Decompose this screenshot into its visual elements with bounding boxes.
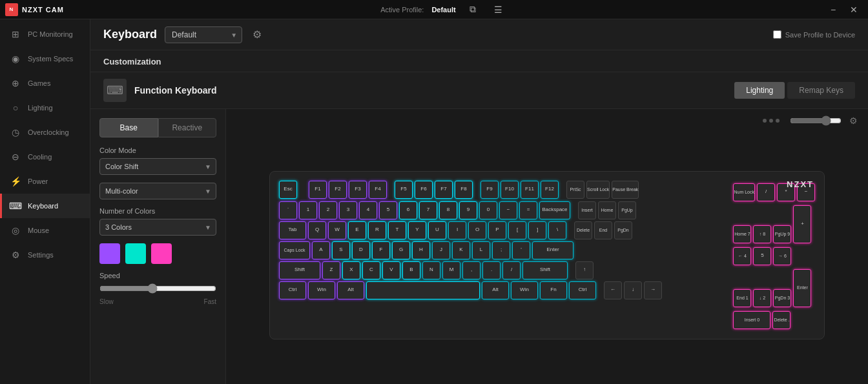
- key-right[interactable]: →: [644, 281, 662, 299]
- key-semicolon[interactable]: ;: [492, 241, 510, 259]
- key-num-3[interactable]: PgDn 3: [773, 289, 791, 307]
- key-pgup[interactable]: PgUp: [618, 201, 636, 219]
- key-capslock[interactable]: Caps Lock: [279, 241, 310, 259]
- close-button[interactable]: ✕: [845, 2, 863, 17]
- key-6[interactable]: 6: [399, 201, 417, 219]
- key-tab[interactable]: Tab: [279, 221, 306, 239]
- key-rshift[interactable]: Shift: [522, 261, 568, 279]
- multi-color-select[interactable]: Multi-color Single Color: [99, 183, 216, 199]
- key-q[interactable]: Q: [308, 221, 326, 239]
- key-fn[interactable]: Fn: [540, 281, 567, 299]
- reactive-tab-button[interactable]: Reactive: [158, 118, 217, 137]
- key-r[interactable]: R: [368, 221, 386, 239]
- sidebar-item-system-specs[interactable]: ◉ System Specs: [0, 46, 90, 71]
- color-swatch-1[interactable]: [99, 243, 120, 264]
- key-pause[interactable]: Pause Break: [612, 181, 639, 199]
- key-s[interactable]: S: [332, 241, 350, 259]
- key-f7[interactable]: F7: [435, 181, 453, 199]
- key-num-enter[interactable]: Enter: [793, 269, 811, 307]
- key-h[interactable]: H: [412, 241, 430, 259]
- key-num-dot[interactable]: Delete .: [772, 311, 790, 329]
- key-comma[interactable]: ,: [462, 261, 480, 279]
- key-j[interactable]: J: [432, 241, 450, 259]
- num-colors-select[interactable]: 2 Colors 3 Colors 4 Colors 5 Colors: [99, 219, 216, 236]
- key-9[interactable]: 9: [459, 201, 477, 219]
- profile-settings-button[interactable]: ⚙: [250, 26, 264, 43]
- color-swatch-2[interactable]: [125, 243, 146, 264]
- key-5[interactable]: 5: [379, 201, 397, 219]
- key-n[interactable]: N: [422, 261, 440, 279]
- key-l[interactable]: L: [472, 241, 490, 259]
- key-space[interactable]: [366, 281, 480, 299]
- key-c[interactable]: C: [362, 261, 380, 279]
- sidebar-item-power[interactable]: ⚡ Power: [0, 169, 90, 194]
- key-v[interactable]: V: [382, 261, 400, 279]
- color-mode-select[interactable]: Color Shift Static Breathing Wave Ripple…: [99, 158, 216, 175]
- menu-button[interactable]: ☰: [490, 2, 508, 17]
- key-f9[interactable]: F9: [480, 181, 499, 199]
- key-rctrl[interactable]: Ctrl: [569, 281, 596, 299]
- key-4[interactable]: 4: [359, 201, 377, 219]
- key-g[interactable]: G: [392, 241, 410, 259]
- color-swatch-3[interactable]: [151, 243, 172, 264]
- key-e[interactable]: E: [348, 221, 366, 239]
- key-delete[interactable]: Delete: [574, 221, 592, 239]
- profile-dropdown[interactable]: Default Profile 1 Profile 2: [165, 26, 242, 43]
- sidebar-item-keyboard[interactable]: ⌨ Keyboard: [0, 194, 90, 218]
- sidebar-item-pc-monitoring[interactable]: ⊞ PC Monitoring: [0, 22, 90, 46]
- key-num-7[interactable]: Home 7: [733, 225, 751, 243]
- key-backspace[interactable]: Backspace: [539, 201, 570, 219]
- key-lwin[interactable]: Win: [308, 281, 335, 299]
- key-f12[interactable]: F12: [541, 181, 559, 199]
- key-lshift[interactable]: Shift: [279, 261, 320, 279]
- key-z[interactable]: Z: [322, 261, 340, 279]
- key-num-8[interactable]: ↑ 8: [753, 225, 771, 243]
- sidebar-item-overclocking[interactable]: ◷ Overclocking: [0, 120, 90, 145]
- key-f6[interactable]: F6: [415, 181, 433, 199]
- speed-slider[interactable]: [99, 283, 216, 294]
- key-i[interactable]: I: [448, 221, 466, 239]
- key-8[interactable]: 8: [439, 201, 457, 219]
- save-profile-checkbox[interactable]: [773, 30, 781, 39]
- key-enter[interactable]: Enter: [532, 241, 574, 259]
- key-a[interactable]: A: [312, 241, 330, 259]
- key-w[interactable]: W: [328, 221, 346, 239]
- key-equals[interactable]: =: [519, 201, 537, 219]
- key-x[interactable]: X: [342, 261, 360, 279]
- key-u[interactable]: U: [428, 221, 446, 239]
- key-f8[interactable]: F8: [455, 181, 473, 199]
- key-home[interactable]: Home: [598, 201, 616, 219]
- key-b[interactable]: B: [402, 261, 420, 279]
- key-down[interactable]: ↓: [624, 281, 642, 299]
- key-pgdn[interactable]: PgDn: [614, 221, 632, 239]
- key-f3[interactable]: F3: [349, 181, 367, 199]
- key-f2[interactable]: F2: [329, 181, 347, 199]
- key-backslash[interactable]: \: [548, 221, 566, 239]
- key-insert[interactable]: Insert: [578, 201, 596, 219]
- keyboard-settings-button[interactable]: ⚙: [847, 114, 860, 127]
- tab-lighting[interactable]: Lighting: [734, 82, 785, 99]
- sidebar-item-settings[interactable]: ⚙ Settings: [0, 243, 90, 267]
- key-ralt[interactable]: Alt: [482, 281, 509, 299]
- key-f5[interactable]: F5: [395, 181, 413, 199]
- sidebar-item-games[interactable]: ⊕ Games: [0, 71, 90, 96]
- key-num-div[interactable]: /: [757, 183, 775, 201]
- base-tab-button[interactable]: Base: [99, 118, 158, 137]
- key-d[interactable]: D: [352, 241, 370, 259]
- key-0[interactable]: 0: [479, 201, 497, 219]
- minimize-button[interactable]: −: [824, 2, 842, 17]
- key-lctrl[interactable]: Ctrl: [279, 281, 306, 299]
- key-7[interactable]: 7: [419, 201, 437, 219]
- key-2[interactable]: 2: [319, 201, 337, 219]
- key-f[interactable]: F: [372, 241, 390, 259]
- key-f1[interactable]: F1: [309, 181, 327, 199]
- key-num-1[interactable]: End 1: [733, 289, 751, 307]
- key-rbracket[interactable]: ]: [528, 221, 546, 239]
- key-num-0[interactable]: Insert 0: [733, 311, 770, 329]
- key-lbracket[interactable]: [: [508, 221, 526, 239]
- sidebar-item-cooling[interactable]: ⊖ Cooling: [0, 145, 90, 169]
- key-f4[interactable]: F4: [369, 181, 387, 199]
- key-1[interactable]: 1: [299, 201, 317, 219]
- key-num-5[interactable]: 5: [753, 247, 771, 265]
- key-p[interactable]: P: [488, 221, 506, 239]
